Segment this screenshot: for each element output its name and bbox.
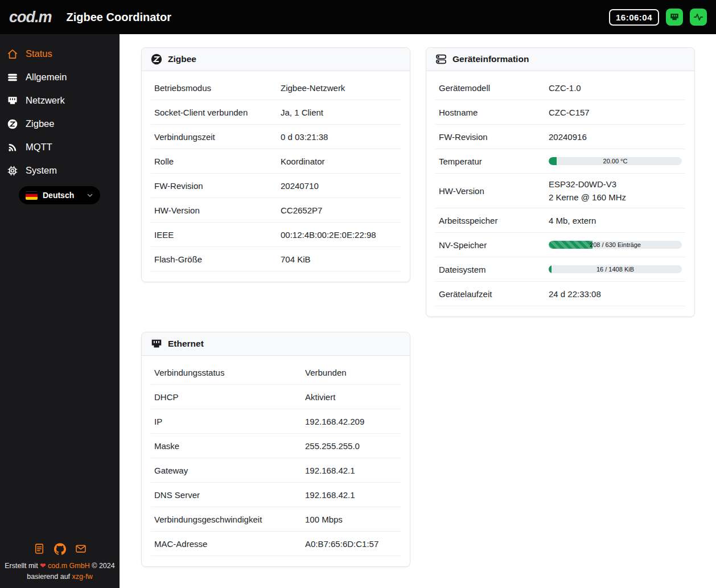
footer-credits: Erstellt mit ❤ cod.m GmbH © 2024 basiere… — [0, 561, 120, 582]
row-value: 0 d 03:21:38 — [281, 130, 397, 143]
zigbee-card-header: Zigbee — [142, 48, 410, 71]
footer-based-on: basierend auf — [27, 573, 70, 581]
row-label: HW-Version — [154, 205, 281, 215]
device-info-card-header: Geräteinformation — [426, 48, 694, 71]
row-label: Verbindungszeit — [154, 132, 281, 142]
sidebar-item-label: MQTT — [26, 142, 52, 153]
ethernet-status-button[interactable] — [666, 9, 683, 26]
row-value: 255.255.255.0 — [305, 439, 397, 453]
table-row: FW-Revision20240916 — [435, 125, 685, 149]
table-row: MAC-AdresseA0:B7:65:6D:C1:57 — [151, 532, 401, 556]
device-info-table: GerätemodellCZC-1.0HostnameCZC-C157FW-Re… — [426, 71, 694, 316]
sidebar-item-mqtt[interactable]: MQTT — [0, 135, 120, 159]
progress-text: 208 / 630 Einträge — [549, 241, 682, 249]
table-row: HW-VersionESP32-D0WD-V3 2 Kerne @ 160 MH… — [435, 174, 685, 208]
broadcast-icon — [7, 142, 18, 153]
row-value: 192.168.42.209 — [305, 415, 397, 428]
row-value: 24 d 22:33:08 — [549, 287, 682, 301]
app-logo: cod.m — [9, 9, 52, 26]
table-row: BetriebsmodusZigbee-Netzwerk — [151, 76, 401, 100]
main-content: Zigbee BetriebsmodusZigbee-NetzwerkSocke… — [120, 34, 716, 588]
ethernet-icon — [150, 338, 163, 350]
app-layout: Status Allgemein Netzwerk Zigbee — [0, 34, 716, 588]
progress-bar: 16 / 1408 KiB — [549, 265, 682, 273]
row-value: Verbunden — [305, 366, 397, 379]
sidebar-item-zigbee[interactable]: Zigbee — [0, 112, 120, 135]
row-value: Aktiviert — [305, 390, 397, 404]
table-row: Verbindungszeit0 d 03:21:38 — [151, 125, 401, 149]
table-row: VerbindungsstatusVerbunden — [151, 360, 401, 385]
heart-icon: ❤ — [40, 562, 46, 570]
row-value: 20240916 — [549, 130, 682, 143]
mail-icon[interactable] — [75, 543, 87, 555]
row-label: HW-Version — [439, 186, 549, 196]
table-row: Gateway192.168.42.1 — [151, 458, 401, 483]
row-label: Dateisystem — [439, 265, 549, 274]
table-row: NV-Speicher208 / 630 Einträge — [435, 233, 685, 257]
row-value: Ja, 1 Client — [281, 106, 397, 119]
row-label: Hostname — [439, 108, 549, 117]
zigbee-table: BetriebsmodusZigbee-NetzwerkSocket-Clien… — [142, 71, 410, 282]
row-label: Verbindungsstatus — [154, 368, 305, 377]
ethernet-table: VerbindungsstatusVerbundenDHCPAktiviertI… — [142, 356, 410, 566]
language-selector[interactable]: Deutsch — [19, 186, 100, 204]
top-header: cod.m Zigbee Coordinator 16:06:04 — [0, 0, 716, 34]
row-label: Socket-Client verbunden — [154, 108, 281, 117]
row-value: 704 KiB — [281, 253, 397, 266]
sidebar-nav: Status Allgemein Netzwerk Zigbee — [0, 34, 120, 182]
sidebar-item-allgemein[interactable]: Allgemein — [0, 65, 120, 89]
zigbee-icon — [150, 53, 163, 65]
table-row: HostnameCZC-C157 — [435, 100, 685, 125]
socket-status-button[interactable] — [690, 9, 707, 26]
card-title: Zigbee — [168, 54, 196, 64]
log-icon[interactable] — [34, 543, 45, 555]
row-label: IP — [154, 417, 305, 426]
table-row: Maske255.255.255.0 — [151, 434, 401, 458]
device-info-card: Geräteinformation GerätemodellCZC-1.0Hos… — [426, 47, 695, 317]
row-value: CZC-C157 — [549, 106, 682, 119]
table-row: RolleKoordinator — [151, 149, 401, 174]
xzg-fw-link[interactable]: xzg-fw — [72, 573, 93, 581]
card-title: Geräteinformation — [452, 54, 529, 64]
ethernet-card: Ethernet VerbindungsstatusVerbundenDHCPA… — [141, 332, 410, 567]
row-label: FW-Revision — [154, 181, 281, 191]
row-label: FW-Revision — [439, 132, 549, 142]
device-info-icon — [435, 53, 447, 65]
row-value: Zigbee-Netzwerk — [281, 81, 397, 94]
sidebar-item-label: Status — [26, 48, 52, 59]
row-value: Koordinator — [281, 155, 397, 168]
german-flag-icon — [26, 191, 38, 200]
table-row: Verbindungsgeschwindigkeit100 Mbps — [151, 507, 401, 532]
row-value: 208 / 630 Einträge — [549, 241, 682, 249]
row-value: 192.168.42.1 — [305, 464, 397, 477]
progress-bar: 208 / 630 Einträge — [549, 241, 682, 249]
table-row: Temperatur20.00 °C — [435, 149, 685, 174]
table-row: DHCPAktiviert — [151, 385, 401, 409]
sidebar-footer: Erstellt mit ❤ cod.m GmbH © 2024 basiere… — [0, 543, 120, 582]
progress-bar: 20.00 °C — [549, 157, 682, 165]
sidebar-item-netzwerk[interactable]: Netzwerk — [0, 89, 120, 112]
row-value: ESP32-D0WD-V3 2 Kerne @ 160 MHz — [549, 178, 682, 204]
sidebar-item-system[interactable]: System — [0, 159, 120, 182]
table-row: Dateisystem16 / 1408 KiB — [435, 257, 685, 282]
row-label: Betriebsmodus — [154, 83, 281, 93]
language-label: Deutsch — [43, 191, 81, 200]
footer-made-with: Erstellt mit — [5, 562, 38, 570]
row-label: MAC-Adresse — [154, 539, 305, 549]
codm-link[interactable]: cod.m GmbH — [48, 562, 90, 570]
home-icon — [7, 48, 18, 60]
table-row: Arbeitsspeicher4 Mb, extern — [435, 208, 685, 233]
list-icon — [7, 72, 18, 83]
github-icon[interactable] — [54, 543, 66, 555]
chip-icon — [7, 165, 18, 176]
table-row: HW-VersionCC2652P7 — [151, 198, 401, 223]
sidebar: Status Allgemein Netzwerk Zigbee — [0, 34, 120, 588]
table-row: DNS Server192.168.42.1 — [151, 483, 401, 507]
table-row: Socket-Client verbundenJa, 1 Client — [151, 100, 401, 125]
zigbee-card: Zigbee BetriebsmodusZigbee-NetzwerkSocke… — [141, 47, 410, 282]
row-value: CZC-1.0 — [549, 81, 682, 94]
clock-display: 16:06:04 — [609, 9, 659, 26]
sidebar-item-status[interactable]: Status — [0, 42, 120, 65]
row-label: Arbeitsspeicher — [439, 216, 549, 225]
progress-text: 20.00 °C — [549, 157, 682, 165]
